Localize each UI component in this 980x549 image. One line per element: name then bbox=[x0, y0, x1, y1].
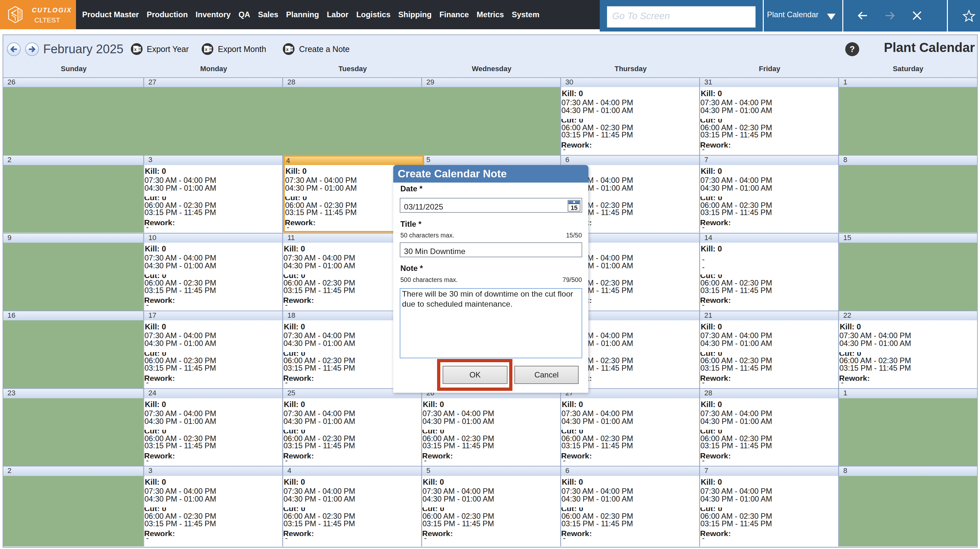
svg-text:15: 15 bbox=[571, 204, 578, 211]
svg-text:?: ? bbox=[850, 44, 855, 54]
svg-text:x: x bbox=[205, 46, 207, 52]
svg-text:x: x bbox=[134, 46, 137, 52]
svg-text:x: x bbox=[286, 46, 289, 52]
